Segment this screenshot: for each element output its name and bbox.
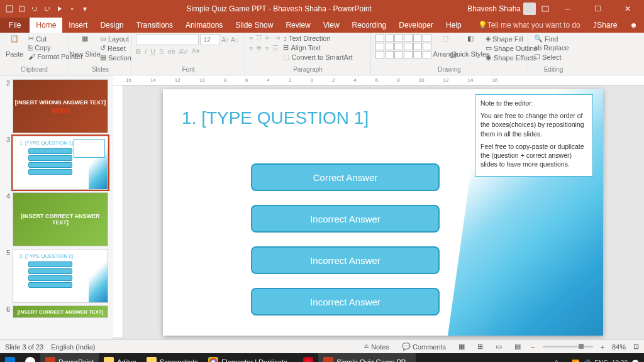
comments-button[interactable]: 💬 Comments — [399, 343, 448, 351]
qat-more-icon[interactable]: ▾ — [80, 4, 89, 13]
share-button[interactable]: ⤴ Share — [587, 18, 623, 33]
tab-recording[interactable]: Recording — [346, 18, 393, 33]
tray-lang[interactable]: ENG — [594, 359, 608, 363]
slide-indicator[interactable]: Slide 3 of 23 — [5, 343, 43, 351]
font-name-input[interactable] — [136, 34, 199, 45]
columns-button[interactable]: ☰ — [272, 44, 279, 52]
tab-review[interactable]: Review — [279, 18, 316, 33]
paste-button[interactable]: 📋Paste — [4, 34, 25, 58]
bold-button[interactable]: B — [136, 48, 141, 55]
thumb-5[interactable]: 5 2. [TYPE QUESTION 2] — [0, 248, 113, 304]
font-size-input[interactable]: 12 — [200, 34, 220, 45]
zoom-in-button[interactable]: + — [601, 343, 604, 351]
shapes-gallery[interactable] — [375, 34, 432, 59]
reading-view-button[interactable]: ▭ — [493, 343, 504, 351]
sorter-view-button[interactable]: ⊞ — [475, 343, 486, 351]
thumb-4[interactable]: 4 [INSERT CORRECT ANSWER TEXT] — [0, 191, 113, 248]
section-button[interactable]: ▤ Section — [98, 53, 133, 62]
answer-correct[interactable]: Correct Answer — [251, 163, 440, 191]
language-indicator[interactable]: English (India) — [51, 343, 95, 351]
smartart-button[interactable]: ⬚ Convert to SmartArt — [281, 52, 354, 62]
tab-animations[interactable]: Animations — [179, 18, 229, 33]
thumb-6[interactable]: 6 [INSERT CORRECT ANSWER TEXT] — [0, 304, 113, 319]
spacing-button[interactable]: AV — [179, 48, 188, 55]
slideshow-view-button[interactable]: ▤ — [512, 343, 523, 351]
tab-home[interactable]: Home — [30, 18, 62, 33]
taskbar-opera[interactable] — [298, 353, 318, 362]
start-button[interactable] — [0, 353, 20, 362]
taskbar-chrome[interactable]: Elementor | Duplicate... — [203, 353, 298, 362]
text-direction-button[interactable]: ↕ Text Direction — [281, 34, 354, 43]
autosave-icon[interactable] — [5, 4, 14, 13]
user-account[interactable]: Bhavesh Shaha — [467, 3, 536, 15]
new-slide-button[interactable]: ▦New Slide — [73, 34, 97, 58]
shadow-button[interactable]: S — [159, 48, 164, 55]
answer-incorrect-3[interactable]: Incorrect Answer — [251, 288, 440, 315]
fit-button[interactable]: ⊡ — [633, 343, 639, 351]
thumb-3[interactable]: 3 1. [TYPE QUESTION 1] — [0, 134, 113, 191]
question-title[interactable]: 1. [TYPE QUESTION 1] — [182, 108, 369, 128]
zoom-slider[interactable] — [543, 346, 593, 348]
zoom-out-button[interactable]: − — [531, 343, 535, 351]
decrease-font-icon[interactable]: A↓ — [231, 36, 239, 43]
reset-button[interactable]: ↺ Reset — [98, 43, 133, 53]
close-button[interactable]: ✕ — [615, 0, 640, 18]
indent-dec-button[interactable]: ⇤ — [265, 34, 271, 42]
layout-button[interactable]: ▭ Layout — [98, 34, 133, 43]
tab-transitions[interactable]: Transitions — [130, 18, 179, 33]
tab-file[interactable]: File — [0, 18, 30, 33]
qat-icon[interactable]: ▫ — [68, 4, 77, 13]
tray-time[interactable]: 18:38 — [612, 359, 628, 363]
volume-icon[interactable]: 🔊 — [583, 359, 591, 363]
italic-button[interactable]: I — [145, 48, 147, 55]
bullets-button[interactable]: ≡ — [249, 35, 253, 42]
tray-up-icon[interactable]: ^ — [555, 359, 558, 363]
underline-button[interactable]: U — [150, 48, 155, 55]
indent-inc-button[interactable]: ⇥ — [274, 34, 280, 42]
start-icon[interactable] — [55, 4, 64, 13]
align-right-button[interactable]: ≡ — [265, 45, 269, 52]
normal-view-button[interactable]: ▦ — [456, 343, 467, 351]
strike-button[interactable]: ab — [167, 48, 175, 55]
zoom-level[interactable]: 84% — [612, 343, 626, 351]
maximize-button[interactable]: ☐ — [585, 0, 610, 18]
align-center-button[interactable]: ≣ — [256, 44, 262, 52]
tab-view[interactable]: View — [317, 18, 346, 33]
answer-incorrect-1[interactable]: Incorrect Answer — [251, 205, 440, 233]
tab-design[interactable]: Design — [94, 18, 130, 33]
align-text-button[interactable]: ⊟ Align Text — [281, 43, 354, 52]
wifi-icon[interactable]: 📶 — [572, 359, 579, 363]
notes-button[interactable]: ≐ Notes — [361, 343, 392, 351]
thumb-2[interactable]: 2 [INSERT WRONG ANSWER TEXT] — [0, 78, 113, 134]
comments-icon[interactable]: ☻ — [623, 18, 644, 33]
minimize-button[interactable]: ─ — [555, 0, 580, 18]
select-button[interactable]: ☐ Select — [532, 52, 571, 62]
replace-button[interactable]: ab Replace — [532, 43, 571, 52]
save-icon[interactable] — [18, 4, 26, 13]
taskbar-folder-screenshots[interactable]: Screenshots — [142, 353, 203, 362]
ribbon-options-icon[interactable] — [541, 4, 550, 13]
taskbar-folder-aditya[interactable]: Aditya — [99, 353, 142, 362]
find-button[interactable]: 🔍 Find — [532, 34, 571, 43]
onedrive-icon[interactable]: ☁ — [562, 359, 568, 363]
redo-icon[interactable] — [43, 4, 52, 13]
tell-me[interactable]: 💡 Tell me what you want to do — [472, 18, 587, 33]
answer-incorrect-2[interactable]: Incorrect Answer — [251, 246, 440, 274]
editor-note[interactable]: Note to the editor: You are free to chan… — [475, 94, 593, 177]
tab-developer[interactable]: Developer — [392, 18, 440, 33]
system-tray[interactable]: ^ ☁ 📶 🔊 ENG 18:38 💬 — [550, 359, 644, 363]
tab-slideshow[interactable]: Slide Show — [229, 18, 279, 33]
undo-icon[interactable] — [30, 4, 39, 13]
increase-font-icon[interactable]: A↑ — [221, 36, 230, 43]
notifications-icon[interactable]: 💬 — [631, 359, 639, 363]
search-button[interactable] — [20, 353, 40, 362]
align-left-button[interactable]: ≡ — [249, 45, 253, 52]
taskbar-powerpoint[interactable]: PowerPoint — [40, 353, 99, 362]
font-color-button[interactable]: A▾ — [191, 47, 199, 55]
quick-styles-button[interactable]: ◧Quick Styles — [458, 34, 482, 58]
tab-help[interactable]: Help — [440, 18, 468, 33]
slide-canvas[interactable]: 1. [TYPE QUESTION 1] Correct Answer Inco… — [163, 89, 603, 336]
numbering-button[interactable]: ☷ — [256, 34, 262, 42]
tab-insert[interactable]: Insert — [62, 18, 94, 33]
taskbar-powerpoint-2[interactable]: Simple Quiz Game PP... — [318, 353, 416, 362]
